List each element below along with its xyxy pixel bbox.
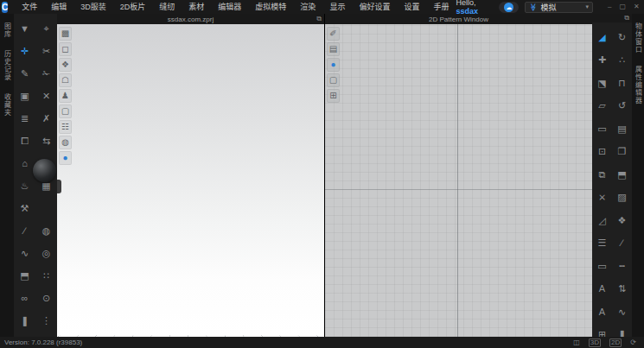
trousers-icon[interactable]: ❚ [14,309,35,332]
menu-item[interactable]: 设置 [397,0,426,14]
cloud-sync-button[interactable]: ☁ [499,2,519,13]
menu-item[interactable]: 编辑 [44,0,73,14]
maximize-button[interactable]: ▢ [619,0,626,14]
mode-dropdown[interactable]: ≫ 模拟 ▾ [525,2,593,13]
zigzag-stitch-icon[interactable]: ∿ [612,301,632,324]
grid-table-icon[interactable]: ⊞ [327,89,340,103]
panel-2d: 2D Pattern Window ✐ ▤ [325,14,592,337]
username-link[interactable]: ssdax [456,7,478,16]
menu-item[interactable]: 偏好设置 [352,0,397,14]
fold-arrange-icon[interactable]: ⧠ [14,130,35,152]
stitch-line-icon[interactable]: ∕ [14,219,35,242]
tshirt-outline-icon[interactable]: ◻ [59,42,72,56]
buttonhole-icon[interactable]: ⊙ [35,287,57,309]
hand-pose-icon[interactable]: ☖ [59,73,72,87]
button-pair-icon[interactable]: ∞ [14,287,35,309]
tab-favorites[interactable]: 收藏夹 [3,93,12,117]
flatten-tool-icon[interactable]: ✕ [35,85,57,107]
material-sphere-preview[interactable] [33,159,56,182]
ruler-measure-icon[interactable]: ▭ [592,255,612,278]
tab-library[interactable]: 图库 [3,22,12,38]
grading-ring-icon[interactable]: ◎ [35,242,57,264]
stamp-tool-icon[interactable]: ❖ [612,209,632,232]
buttons-grid-icon[interactable]: ∷ [35,264,57,287]
curve-stitch-icon[interactable]: ∿ [14,242,35,264]
menu-item[interactable]: 显示 [322,0,352,14]
pattern-shirt-icon[interactable]: ▤ [327,42,340,56]
rotate-ccw-icon[interactable]: ↺ [612,95,632,118]
dart-dash-icon[interactable]: ┅ [612,255,632,278]
tape-measure-icon[interactable]: ✂ [35,40,57,62]
head-display-icon[interactable]: ◍ [59,136,72,149]
shape-cut-icon[interactable]: ⬔ [592,72,612,95]
badge-2d[interactable]: 2D [609,339,622,347]
unfold-cross-icon[interactable]: ⨯ [592,187,612,210]
menu-item[interactable]: 虚拟模特 [248,0,293,14]
close-button[interactable]: ✕ [634,0,640,14]
fabric-display-icon[interactable]: ☷ [59,120,72,134]
menu-item[interactable]: 编辑器 [211,0,248,14]
select-move-icon[interactable]: ▼ [14,17,35,40]
menu-item[interactable]: 3D服装 [73,0,113,14]
pin-tool-icon[interactable]: ✛ [14,40,35,62]
tab-history[interactable]: 历史记录 [3,50,12,81]
cross-tool-icon[interactable]: ✗ [35,107,57,130]
edit-points-icon[interactable]: ∴ [612,49,632,73]
pen-tool-icon[interactable]: ✎ [14,62,35,85]
menu-item[interactable]: 缝纫 [152,0,182,14]
menu-item[interactable]: 渲染 [293,0,322,14]
trace-tool-icon[interactable]: ⊓ [612,72,632,95]
menu-item[interactable]: 2D板片 [113,0,153,14]
swap-arrange-icon[interactable]: ⇆ [35,130,57,152]
triangle-select-icon[interactable]: ◢ [592,26,612,49]
shirt-panel-icon[interactable]: ⬒ [14,264,35,287]
globe-render-icon[interactable]: ● [59,151,72,165]
pattern-scroll-icon[interactable]: ≣ [14,107,35,130]
notch-swap-icon[interactable]: ⇅ [612,278,632,301]
polygon-tool-icon[interactable]: ▱ [592,95,612,118]
lasso-tool-icon[interactable]: ◿ [592,209,612,232]
text-tool-icon[interactable]: A [592,278,612,301]
pleats-tool-icon[interactable]: ☰ [592,232,612,256]
viewport-3d[interactable]: ▩ ◻ ❖ ☖ [57,24,324,337]
material-sphere-slot-icon[interactable] [35,197,57,219]
tshirt-panel-icon[interactable]: ⬒ [612,163,632,187]
remove-tape-icon[interactable]: ✁ [35,62,57,85]
copy-pattern-icon[interactable]: ❐ [612,141,632,164]
refresh-icon[interactable]: ⟳ [630,339,636,346]
tab-property-editor[interactable]: 属性编辑器 [634,66,643,104]
menu-item[interactable]: 手册 [426,0,456,14]
right-toolbar: ⧉ ◢ ↻ ✚ ∴ [592,14,632,337]
mannequin-icon[interactable]: ♟ [59,89,72,103]
popout-icon[interactable]: ⧉ [316,15,322,23]
zipper-icon[interactable]: ⋮ [35,309,57,332]
transform-pattern-icon[interactable]: ↻ [612,26,632,49]
menu-item[interactable]: 文件 [15,0,44,14]
iron-press-icon[interactable]: ⚒ [14,197,35,219]
menu-item[interactable]: 素材 [182,0,211,14]
rectangle-tool-icon[interactable]: ▭ [592,117,612,141]
panel-collapse-handle[interactable] [57,180,61,193]
image-trace-icon[interactable]: ⊡ [592,141,612,164]
steam-brush-icon[interactable]: ♨ [14,174,35,197]
ring-tool-icon[interactable]: ◍ [35,219,57,242]
texture-swatch-icon[interactable]: ▨ [612,187,632,210]
minimize-button[interactable]: – [608,0,611,14]
viewport-2d[interactable]: ✐ ▤ ● ▢ [325,24,592,337]
avatar-walk-icon[interactable]: ⌖ [35,17,57,40]
layers-icon[interactable]: ⧉ [592,163,612,187]
edit-curve-icon[interactable]: ✚ [592,49,612,73]
garment-dark-icon[interactable]: ▩ [59,27,72,41]
folder-pattern-icon[interactable]: ▤ [612,117,632,141]
frame-display-icon[interactable]: ▢ [59,104,72,118]
paper-pattern-icon[interactable]: ▢ [327,73,340,87]
needle-tool-icon[interactable]: ✐ [327,27,340,41]
magnifier-blue-icon[interactable]: ● [327,58,340,72]
garment-fit-icon[interactable]: ▣ [14,85,35,107]
split-view-icon[interactable]: ◫ [573,339,580,346]
seam-line-icon[interactable]: ∕ [612,232,632,256]
badge-3d[interactable]: 3D [589,339,601,347]
annotation-text-icon[interactable]: A [592,301,612,324]
tab-object-window[interactable]: 物体窗口 [634,22,643,54]
tshirt-white-icon[interactable]: ❖ [59,58,72,72]
